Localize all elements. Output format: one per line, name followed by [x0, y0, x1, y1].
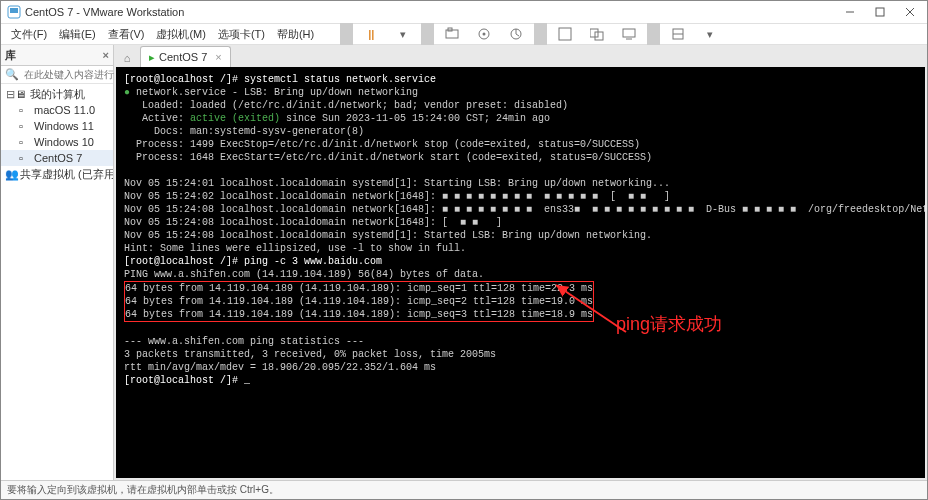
console-icon[interactable] [613, 22, 645, 46]
tab-close-icon[interactable]: × [215, 51, 221, 63]
svg-line-12 [516, 34, 519, 36]
tab-centos7[interactable]: ▸ CentOS 7 × [140, 46, 231, 67]
titlebar: CentOS 7 - VMware Workstation [1, 1, 927, 24]
main-area: ⌂ ▸ CentOS 7 × [root@localhost /]# syste… [114, 45, 927, 480]
caret-down-icon[interactable]: ▾ [387, 22, 419, 46]
svg-rect-15 [595, 32, 603, 40]
tree-root[interactable]: ⊟🖥我的计算机 [1, 86, 113, 102]
close-button[interactable] [895, 2, 925, 22]
menubar: 文件(F) 编辑(E) 查看(V) 虚拟机(M) 选项卡(T) 帮助(H) ||… [1, 24, 927, 45]
tab-label: CentOS 7 [159, 51, 207, 63]
tree-item-centos7[interactable]: ▫CentOS 7 [1, 150, 113, 166]
statusbar-text: 要将输入定向到该虚拟机，请在虚拟机内部单击或按 Ctrl+G。 [7, 483, 279, 497]
sidebar-search: 🔍 ▾ [1, 66, 113, 84]
sidebar-header: 库 × [1, 45, 113, 66]
vm-icon: ▫ [19, 104, 31, 116]
statusbar: 要将输入定向到该虚拟机，请在虚拟机内部单击或按 Ctrl+G。 [1, 480, 927, 499]
menu-help[interactable]: 帮助(H) [271, 25, 320, 44]
tree-item-win10[interactable]: ▫Windows 10 [1, 134, 113, 150]
vm-tree: ⊟🖥我的计算机 ▫macOS 11.0 ▫Windows 11 ▫Windows… [1, 84, 113, 480]
menu-edit[interactable]: 编辑(E) [53, 25, 102, 44]
svg-rect-16 [623, 29, 635, 37]
menu-tabs[interactable]: 选项卡(T) [212, 25, 271, 44]
snapshot-manager-icon[interactable] [500, 22, 532, 46]
vm-running-icon: ▸ [149, 51, 155, 64]
sidebar-close-icon[interactable]: × [103, 49, 109, 61]
app-window: CentOS 7 - VMware Workstation 文件(F) 编辑(E… [0, 0, 928, 500]
stretch-icon[interactable] [662, 22, 694, 46]
menu-view[interactable]: 查看(V) [102, 25, 151, 44]
snapshot-icon[interactable] [436, 22, 468, 46]
vm-icon: ▫ [19, 120, 31, 132]
tree-item-macos[interactable]: ▫macOS 11.0 [1, 102, 113, 118]
computer-icon: 🖥 [15, 88, 27, 100]
sidebar: 库 × 🔍 ▾ ⊟🖥我的计算机 ▫macOS 11.0 ▫Windows 11 … [1, 45, 114, 480]
maximize-button[interactable] [865, 2, 895, 22]
tree-shared[interactable]: 👥共享虚拟机 (已弃用) [1, 166, 113, 182]
svg-rect-1 [10, 8, 18, 13]
sidebar-title: 库 [5, 48, 16, 63]
svg-rect-14 [590, 29, 598, 37]
svg-rect-3 [876, 8, 884, 16]
annotation-text: ping请求成功 [616, 312, 722, 336]
menu-file[interactable]: 文件(F) [5, 25, 53, 44]
window-title: CentOS 7 - VMware Workstation [25, 6, 835, 18]
svg-rect-13 [559, 28, 571, 40]
vm-icon: ▫ [19, 152, 31, 164]
fullscreen-icon[interactable] [549, 22, 581, 46]
pause-button[interactable]: || [355, 22, 387, 46]
search-icon: 🔍 [5, 68, 19, 81]
terminal-output: [root@localhost /]# systemctl status net… [116, 67, 925, 478]
tree-item-win11[interactable]: ▫Windows 11 [1, 118, 113, 134]
shared-icon: 👥 [5, 168, 17, 180]
unity-icon[interactable] [581, 22, 613, 46]
menu-vm[interactable]: 虚拟机(M) [150, 25, 212, 44]
minimize-button[interactable] [835, 2, 865, 22]
tab-row: ⌂ ▸ CentOS 7 × [114, 45, 927, 67]
vmware-logo-icon [7, 5, 21, 19]
home-tab-icon[interactable]: ⌂ [118, 49, 136, 67]
vm-icon: ▫ [19, 136, 31, 148]
send-cad-icon[interactable] [468, 22, 500, 46]
caret-down-icon[interactable]: ▾ [694, 22, 726, 46]
guest-console[interactable]: [root@localhost /]# systemctl status net… [116, 67, 925, 478]
svg-point-9 [483, 33, 486, 36]
